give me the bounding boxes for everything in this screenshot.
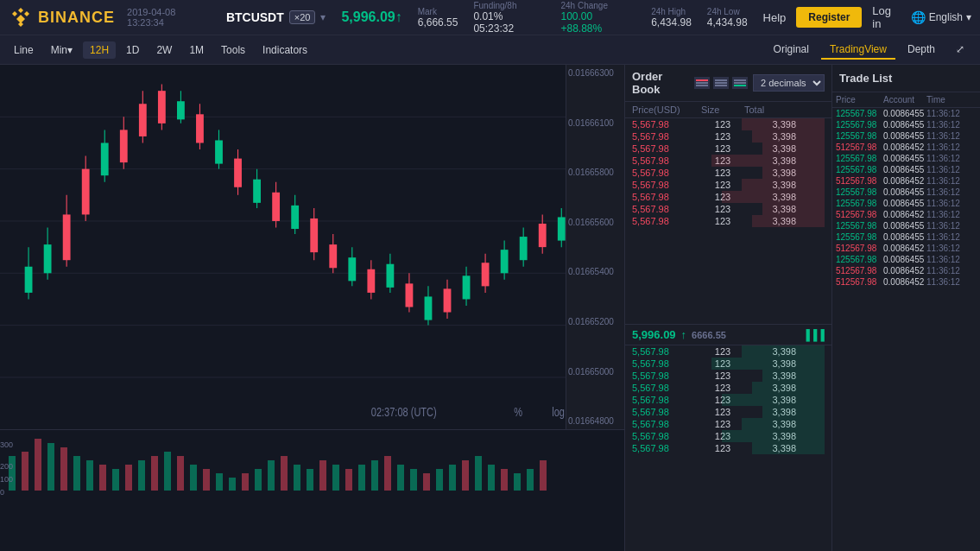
order-book-sell-row[interactable]: 5,567.981233,398 <box>625 155 831 167</box>
price-label: 0.01665000 <box>568 367 623 377</box>
language-selector[interactable]: 🌐 English ▾ <box>911 10 971 24</box>
order-book-sell-row[interactable]: 5,567.981233,398 <box>625 118 831 130</box>
expand-chart-btn[interactable]: ⤢ <box>947 41 973 60</box>
trade-list-row: 512567.980.008645211:36:12 <box>832 276 980 288</box>
svg-text:log: log <box>552 404 565 419</box>
depth-chart-btn[interactable]: Depth <box>899 41 944 60</box>
buy-only-view-btn[interactable] <box>732 77 748 89</box>
trade-list-row: 512567.980.008645211:36:12 <box>832 142 980 153</box>
svg-rect-22 <box>120 130 128 162</box>
12h-interval-btn[interactable]: 12H <box>83 41 116 59</box>
logo[interactable]: BINANCE <box>9 5 115 29</box>
sell-only-view-btn[interactable] <box>694 77 710 89</box>
svg-rect-107 <box>397 465 404 491</box>
ob-size-header: Size <box>701 104 744 115</box>
svg-rect-60 <box>482 263 490 286</box>
svg-rect-117 <box>527 469 534 491</box>
order-book-buy-row[interactable]: 5,567.981233,398 <box>625 418 831 430</box>
price-label: 0.01665400 <box>568 267 623 276</box>
bar-chart-icon: ▐▐▐ <box>802 329 825 341</box>
order-book-sell-row[interactable]: 5,567.981233,398 <box>625 167 831 179</box>
svg-rect-68 <box>558 217 566 240</box>
price-label: 0.01664800 <box>568 416 623 426</box>
svg-rect-96 <box>255 469 262 491</box>
price-label: 0.01666100 <box>568 118 623 128</box>
svg-rect-83 <box>86 460 93 491</box>
order-book-buy-row[interactable]: 5,567.981233,398 <box>625 406 831 418</box>
ob-icon-buttons <box>694 77 748 89</box>
candlestick-chart: 02:37:08 (UTC) % log auto <box>0 65 624 429</box>
svg-rect-97 <box>268 460 275 491</box>
price-label: 0.01665600 <box>568 218 623 227</box>
chart-canvas[interactable]: 02:37:08 (UTC) % log auto 0.01666300 0.0… <box>0 65 624 429</box>
svg-rect-36 <box>253 180 261 203</box>
mid-price-arrow: ↑ <box>681 328 687 341</box>
trade-list-row: 125567.980.008645511:36:12 <box>832 220 980 231</box>
main-layout: 02:37:08 (UTC) % log auto 0.01666300 0.0… <box>0 65 980 551</box>
order-book-buy-row[interactable]: 5,567.981233,398 <box>625 358 831 370</box>
order-book-sell-row[interactable]: 5,567.981233,398 <box>625 191 831 203</box>
order-book-sell-row[interactable]: 5,567.981233,398 <box>625 142 831 155</box>
indicators-btn[interactable]: Indicators <box>256 41 314 59</box>
order-book-sell-row[interactable]: 5,567.981233,398 <box>625 179 831 191</box>
tools-btn[interactable]: Tools <box>214 41 252 59</box>
svg-rect-116 <box>514 473 521 491</box>
svg-rect-114 <box>488 465 495 491</box>
1m-interval-btn[interactable]: 1M <box>182 41 211 59</box>
svg-rect-109 <box>423 473 430 491</box>
line-chart-btn[interactable]: Line <box>7 41 41 59</box>
chart-volume-area: 300 200 100 0 <box>0 429 624 551</box>
funding-rate-stat: Funding/8h 0.01% 05:23:32 <box>473 1 545 35</box>
both-view-btn[interactable] <box>713 77 729 89</box>
trade-price-header: Price <box>836 95 883 104</box>
chart-price-labels: 0.01666300 0.01666100 0.01665800 0.01665… <box>566 65 624 429</box>
order-book-mid-price: 5,996.09 ↑ 6666.55 ▐▐▐ <box>625 324 831 345</box>
svg-rect-40 <box>291 206 299 229</box>
svg-rect-84 <box>99 465 106 491</box>
login-button[interactable]: Log in <box>872 4 900 30</box>
help-button[interactable]: Help <box>763 11 787 24</box>
leverage-badge[interactable]: ×20 <box>289 10 316 24</box>
2w-interval-btn[interactable]: 2W <box>149 41 179 59</box>
original-chart-btn[interactable]: Original <box>765 41 818 60</box>
svg-rect-104 <box>358 465 365 491</box>
order-book-buy-rows: 5,567.981233,3985,567.981233,3985,567.98… <box>625 345 831 551</box>
svg-rect-99 <box>294 465 300 491</box>
svg-rect-42 <box>310 218 318 252</box>
order-book-sell-row[interactable]: 5,567.981233,398 <box>625 215 831 227</box>
svg-rect-54 <box>425 296 433 320</box>
svg-rect-108 <box>410 469 417 491</box>
register-button[interactable]: Register <box>796 7 862 28</box>
svg-rect-87 <box>138 460 145 491</box>
svg-rect-95 <box>242 473 249 491</box>
trade-list-row: 125567.980.008645511:36:12 <box>832 231 980 243</box>
ob-total-header: Total <box>744 104 796 115</box>
svg-rect-12 <box>25 267 33 293</box>
svg-rect-101 <box>319 460 326 491</box>
order-book-buy-row[interactable]: 5,567.981233,398 <box>625 382 831 394</box>
pair-dropdown-arrow[interactable]: ▾ <box>320 11 326 23</box>
trade-list-rows: 125567.980.008645511:36:12125567.980.008… <box>832 108 980 551</box>
decimals-select[interactable]: 2 decimals 1 decimal 0 decimals <box>753 74 825 92</box>
tradingview-chart-btn[interactable]: TradingView <box>821 41 895 60</box>
order-book-buy-row[interactable]: 5,567.981233,398 <box>625 370 831 382</box>
mid-price-value: 5,996.09 <box>632 328 676 341</box>
order-book-sell-row[interactable]: 5,567.981233,398 <box>625 203 831 215</box>
svg-rect-34 <box>234 159 242 187</box>
price-label: 0.01665200 <box>568 317 623 326</box>
order-book-sell-row[interactable]: 5,567.981233,398 <box>625 130 831 142</box>
trade-list-row: 512567.980.008645211:36:12 <box>832 243 980 254</box>
timestamp: 2019-04-08 13:23:34 <box>127 7 214 28</box>
1d-interval-btn[interactable]: 1D <box>119 41 146 59</box>
svg-rect-32 <box>215 140 223 163</box>
order-book-buy-row[interactable]: 5,567.981233,398 <box>625 442 831 454</box>
order-book-buy-row[interactable]: 5,567.981233,398 <box>625 394 831 406</box>
trade-list-row: 512567.980.008645211:36:12 <box>832 209 980 220</box>
pair-name[interactable]: BTCUSDT <box>226 10 284 24</box>
svg-rect-79 <box>35 439 41 491</box>
min-interval-btn[interactable]: Min▾ <box>44 41 79 59</box>
order-book-buy-row[interactable]: 5,567.981233,398 <box>625 345 831 358</box>
svg-rect-16 <box>63 214 71 260</box>
24h-high-stat: 24h High 6,434.98 <box>651 7 692 28</box>
order-book-buy-row[interactable]: 5,567.981233,398 <box>625 430 831 442</box>
